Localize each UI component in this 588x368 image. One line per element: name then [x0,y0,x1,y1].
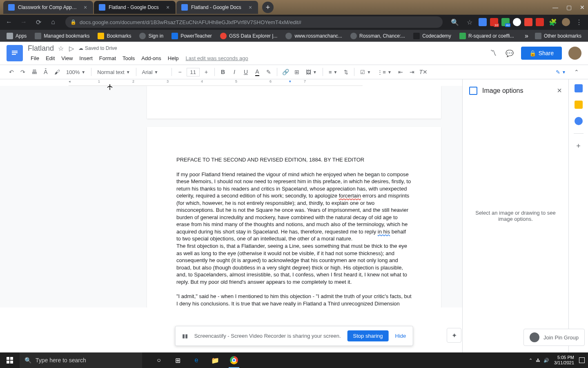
taskbar-search[interactable]: 🔍 Type here to search [20,352,142,368]
chrome-icon[interactable] [225,352,243,368]
tray-up-icon[interactable]: ⌃ [529,358,532,363]
stop-sharing-button[interactable]: Stop sharing [347,330,389,341]
hide-button[interactable]: Hide [395,333,406,339]
font-size-input[interactable]: 11 [187,68,200,76]
undo-button[interactable]: ↶ [7,67,16,77]
comments-icon[interactable]: 💬 [505,48,514,58]
activity-icon[interactable]: 〽 [488,48,498,58]
bookmark-item[interactable]: Managed bookmarks [31,31,93,41]
document-body[interactable]: PREFACE TO THE SECOND AND REVISED EDITIO… [176,156,412,307]
join-pin-button[interactable]: Join Pin Group [523,329,585,346]
calendar-icon[interactable] [575,84,583,92]
bookmark-item[interactable]: Bookmarks [94,31,134,41]
forward-button[interactable]: → [18,16,29,28]
volume-icon[interactable]: 🔊 [543,358,549,363]
menu-tools[interactable]: Tools [120,54,138,62]
save-status[interactable]: ☁Saved to Drive [78,45,117,51]
page[interactable]: PREFACE TO THE SECOND AND REVISED EDITIO… [147,127,441,307]
bookmark-item[interactable]: Rossman, Chance:... [347,31,408,41]
spellcheck-button[interactable]: Ǎ [41,67,51,77]
last-edit-link[interactable]: Last edit was seconds ago [186,55,248,61]
menu-file[interactable]: File [28,54,42,62]
menu-icon[interactable]: ⋮ [573,16,585,28]
notifications-icon[interactable] [579,357,585,363]
explore-button[interactable]: ✦ [447,328,461,343]
text-color-button[interactable]: A [252,67,262,77]
style-select[interactable]: Normal text▼ [95,68,132,76]
minimize-icon[interactable]: — [552,4,558,11]
browser-tab[interactable]: Classwork for Comp Apps S2021 × [3,1,93,14]
paint-format-button[interactable]: 🖌 [52,67,62,77]
browser-tab[interactable]: Flatland - Google Docs × [176,1,258,14]
menu-format[interactable]: Format [96,54,119,62]
close-icon[interactable]: × [165,4,171,10]
bookmark-item[interactable]: Codecademy [410,31,454,41]
checklist-button[interactable]: ☑▼ [358,68,373,76]
bookmark-item[interactable]: GSS Data Explorer |... [217,31,281,41]
docs-logo[interactable] [7,45,23,61]
line-spacing-button[interactable]: ⇅ [341,68,351,76]
extension-icon[interactable] [513,18,521,26]
extension-icon[interactable] [524,18,532,26]
increase-font-button[interactable]: + [201,67,211,77]
menu-view[interactable]: View [58,54,76,62]
bookmark-item[interactable]: www.rossmanchanc... [282,31,345,41]
url-bar[interactable]: 🔒 docs.google.com/document/d/1B3wRsazTZE… [65,16,443,28]
home-button[interactable]: ⌂ [47,16,59,28]
apps-button[interactable]: Apps [3,31,30,41]
add-icon[interactable]: + [575,142,583,150]
menu-insert[interactable]: Insert [76,54,96,62]
font-select[interactable]: Arial▼ [140,68,168,76]
star-icon[interactable]: ☆ [57,45,65,52]
redo-button[interactable]: ↷ [18,67,28,77]
comment-button[interactable]: ⊞ [292,67,302,77]
ruler[interactable]: ◂ 1 2 3 4 5 6 7 ▾ [69,79,363,86]
other-bookmarks[interactable]: Other bookmarks [532,31,585,41]
print-button[interactable]: 🖶 [29,67,39,77]
extension-icon[interactable]: 10 [490,18,498,26]
increase-indent-button[interactable]: ⇥ [407,67,417,77]
menu-help[interactable]: Help [165,54,182,62]
task-view-icon[interactable]: ⊞ [169,352,186,368]
bookmark-item[interactable]: Sign in [136,31,167,41]
network-icon[interactable]: 🖧 [536,358,540,363]
editing-mode-button[interactable]: ✎▼ [553,68,568,76]
new-tab-button[interactable]: + [262,2,274,13]
overflow-icon[interactable]: » [525,32,528,40]
image-button[interactable]: 🖼▼ [303,68,319,76]
edge-icon[interactable]: e [188,352,205,368]
back-button[interactable]: ← [3,16,15,28]
collapse-toolbar-button[interactable]: ⌃ [572,67,581,77]
menu-addons[interactable]: Add-ons [138,54,164,62]
extension-icon[interactable] [479,18,487,26]
user-avatar[interactable] [568,47,581,60]
clear-format-button[interactable]: T✕ [419,67,428,77]
document-title[interactable]: Flatland [28,44,54,53]
menu-edit[interactable]: Edit [43,54,58,62]
highlight-button[interactable]: ✎ [264,67,274,77]
align-button[interactable]: ≡▼ [326,68,340,76]
grammar-error[interactable]: in his [378,229,390,235]
share-button[interactable]: 🔒Share [521,47,562,60]
reload-button[interactable]: ⟳ [33,16,44,28]
decrease-indent-button[interactable]: ⇤ [396,67,405,77]
search-icon[interactable]: 🔍 [449,16,461,28]
bold-button[interactable]: B [218,67,228,77]
close-icon[interactable]: × [82,4,88,10]
start-button[interactable] [0,352,20,368]
pause-icon[interactable]: ▮▮ [182,333,188,339]
tasks-icon[interactable] [575,117,583,125]
zoom-select[interactable]: 100%▼ [64,68,88,76]
bookmark-item[interactable]: R-squared or coeffi... [456,31,517,41]
close-icon[interactable]: × [557,86,562,95]
profile-avatar[interactable] [562,18,570,26]
move-icon[interactable]: ▷ [68,45,75,52]
close-window-icon[interactable]: ✕ [580,4,585,11]
extension-icon[interactable] [536,18,544,26]
decrease-font-button[interactable]: − [175,67,185,77]
maximize-icon[interactable]: ▢ [566,4,572,11]
star-icon[interactable]: ☆ [464,16,475,28]
link-button[interactable]: 🔗 [281,67,290,77]
taskbar-clock[interactable]: 5:05 PM 3/11/2021 [554,355,574,366]
extensions-icon[interactable]: 🧩 [547,16,559,28]
